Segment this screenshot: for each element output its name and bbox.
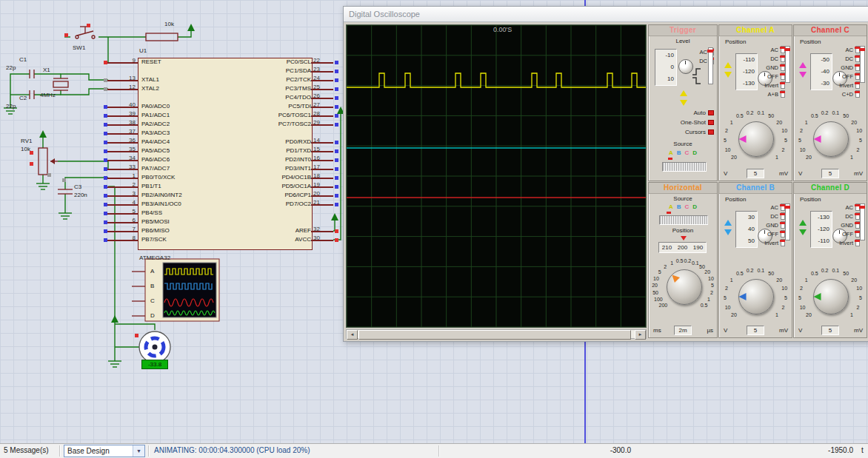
source-slider[interactable] (659, 215, 708, 225)
coupling-switch[interactable]: DC (754, 54, 785, 63)
mini-scope-component[interactable] (145, 259, 219, 321)
pin-state-indicator (335, 70, 338, 73)
coupling-switch[interactable]: OFF (754, 72, 785, 81)
mode-indicator (708, 120, 714, 125)
design-selector[interactable]: Base Design ▼ (64, 445, 145, 457)
timebase-knob[interactable] (667, 269, 702, 305)
scroll-right-icon[interactable]: ► (635, 330, 646, 340)
window-titlebar[interactable]: Digital Oscilloscope (344, 7, 868, 22)
up-arrow-icon[interactable] (799, 220, 807, 226)
coupling-switch[interactable]: AC (754, 203, 785, 212)
chip-pin[interactable]: PD7/OC2 21 (185, 200, 342, 209)
rising-edge-icon[interactable] (692, 68, 701, 75)
down-arrow-icon[interactable] (724, 72, 732, 78)
position-label: Position (800, 38, 821, 45)
dial-scale-number: 1 (805, 277, 808, 282)
down-arrow-icon[interactable] (799, 72, 807, 78)
state-indicator (64, 33, 68, 37)
edge-select (692, 68, 701, 84)
coupling-switch[interactable]: C+D (829, 90, 860, 98)
coupling-switch[interactable]: GND (754, 63, 785, 72)
coupling-switch[interactable]: OFF (829, 72, 860, 81)
level-slider[interactable] (708, 47, 713, 84)
up-arrow-icon[interactable] (680, 90, 687, 96)
chip-pin[interactable]: PC7/TOSC2 29 (185, 120, 342, 129)
coupling-switch[interactable]: Invert (829, 238, 860, 247)
pin-state-indicator (335, 194, 338, 198)
coupling-switch[interactable]: DC (754, 212, 785, 220)
encoder-component[interactable] (139, 331, 170, 363)
channel-a-title: Channel A (719, 25, 792, 36)
coupling-switch[interactable]: AC (829, 203, 860, 212)
trigger-source-select: ABCD (649, 149, 717, 156)
gain-knob[interactable] (813, 121, 849, 157)
gain-knob[interactable] (738, 121, 774, 157)
coupling-slider[interactable] (785, 203, 790, 240)
gain-knob[interactable] (813, 279, 849, 314)
coupling-switch[interactable]: A+B (754, 90, 785, 98)
trigger-mode-button[interactable]: Auto (652, 108, 714, 118)
up-arrow-icon[interactable] (724, 220, 732, 226)
oscilloscope-window: Digital Oscilloscope 0.00'S ◄ ► Trigger … (343, 6, 868, 342)
coupling-switch[interactable]: GND (754, 220, 785, 229)
source-letter[interactable]: B (677, 203, 681, 210)
dial-scale-number: 2 (781, 147, 784, 152)
coupling-switch[interactable]: GND (829, 63, 860, 72)
down-arrow-icon[interactable] (724, 229, 732, 235)
coupling-switch[interactable]: Invert (754, 238, 785, 247)
chip-pin[interactable] (185, 209, 342, 218)
pin-stub: 12 (107, 84, 138, 93)
channel-c-panel: Channel C Position -50-40-30 ACDCGNDOFFI… (793, 24, 867, 181)
pin-state-indicator (335, 105, 338, 109)
coupling-switch[interactable]: AC (754, 45, 785, 54)
down-arrow-icon[interactable] (680, 100, 687, 106)
coupling-slider[interactable] (785, 46, 790, 83)
switch-indicator[interactable] (781, 90, 785, 98)
source-letter[interactable]: A (669, 203, 673, 210)
down-arrow-icon[interactable] (799, 229, 807, 235)
coupling-switch[interactable]: GND (829, 220, 860, 229)
up-arrow-icon[interactable] (799, 62, 807, 68)
chip-pin[interactable]: AVCC 30 (185, 235, 342, 244)
coupling-switch[interactable]: OFF (829, 229, 860, 238)
coupling-switch[interactable]: Invert (829, 81, 860, 90)
source-letter[interactable]: C (685, 149, 690, 156)
level-readout[interactable]: -10010 (655, 49, 677, 86)
scroll-thumb[interactable] (358, 330, 631, 340)
switch-indicator[interactable] (855, 90, 860, 98)
source-letter[interactable]: A (669, 149, 673, 156)
coupling-switch[interactable]: DC (829, 212, 860, 220)
coupling-switch[interactable]: DC (829, 54, 860, 63)
scroll-left-icon[interactable]: ◄ (347, 330, 358, 340)
gain-value: 5 (821, 326, 839, 335)
level-knob[interactable] (678, 59, 693, 74)
trigger-mode-button[interactable]: Cursors (652, 127, 714, 137)
coupling-slider[interactable] (860, 203, 865, 240)
up-arrow-icon[interactable] (724, 62, 732, 68)
channel-a-panel: Channel A Position -110-120-130 ACDCGNDO… (718, 24, 792, 181)
dial-scale-number: 1 (775, 155, 778, 160)
pin-state-indicator (335, 238, 338, 242)
pin-state-indicator (335, 158, 338, 162)
source-letter[interactable]: D (692, 149, 697, 156)
position-readout[interactable]: 210200190 (658, 242, 707, 253)
coupling-switch[interactable]: Invert (754, 81, 785, 90)
trigger-mode-button[interactable]: One-Shot (652, 118, 714, 127)
coupling-switch[interactable]: OFF (754, 229, 785, 238)
coupling-slider[interactable] (860, 46, 865, 83)
knob-pointer (810, 135, 821, 143)
dial-scale-number: 0.5 (736, 113, 744, 118)
scope-scrollbar[interactable]: ◄ ► (346, 329, 647, 339)
source-letter[interactable]: C (685, 203, 690, 210)
pin-state-indicator (335, 185, 338, 189)
trigger-source-slider[interactable] (662, 162, 707, 172)
source-letter[interactable]: D (692, 203, 697, 210)
source-letter[interactable]: B (677, 149, 681, 156)
coupling-switch[interactable]: AC (829, 45, 860, 54)
scope-display[interactable]: 0.00'S (346, 24, 647, 328)
chevron-down-icon[interactable]: ▼ (133, 445, 144, 457)
dial-scale-number: 20 (776, 119, 782, 124)
gain-knob[interactable] (738, 279, 774, 314)
falling-edge-icon[interactable] (692, 77, 701, 84)
message-count[interactable]: 5 Message(s) (4, 446, 49, 454)
